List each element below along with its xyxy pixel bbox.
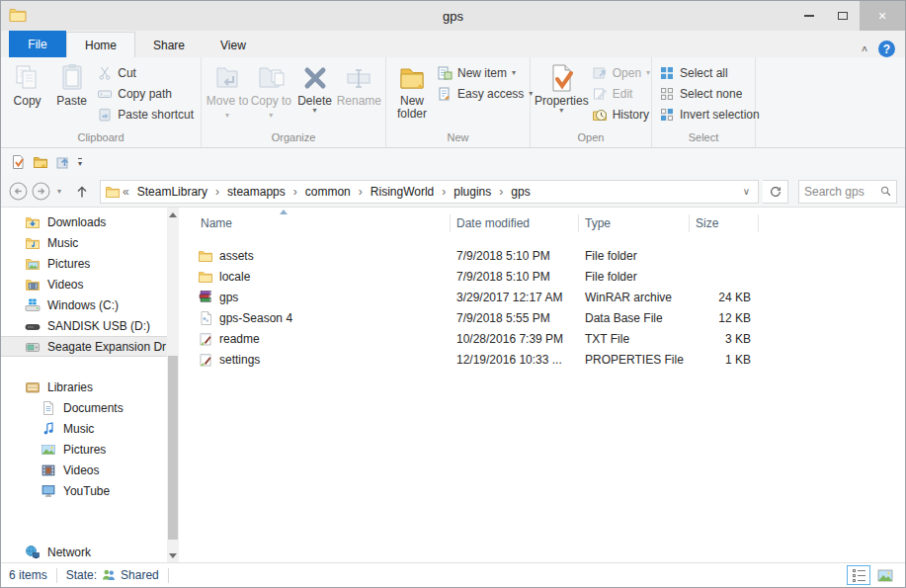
scroll-up-button[interactable] bbox=[167, 208, 179, 221]
table-row[interactable]: readme 10/28/2016 7:39 PM TXT File 3 KB bbox=[195, 328, 905, 349]
paste-shortcut-button[interactable]: Paste shortcut bbox=[94, 104, 197, 125]
sidebar-item-label: Libraries bbox=[47, 380, 93, 394]
column-header-date-modified[interactable]: Date modified bbox=[451, 214, 579, 232]
select-all-button[interactable]: Select all bbox=[656, 62, 763, 83]
sidebar-item-videos-library[interactable]: Videos bbox=[1, 460, 179, 480]
search-box[interactable] bbox=[798, 180, 897, 204]
sidebar-item-music-library[interactable]: Music bbox=[1, 418, 179, 439]
sidebar-item-pictures-library[interactable]: Pictures bbox=[1, 439, 179, 460]
sidebar-item-music-folder[interactable]: Music bbox=[1, 232, 179, 253]
tab-view[interactable]: View bbox=[203, 34, 264, 57]
search-input[interactable] bbox=[804, 185, 880, 199]
address-bar: ▾ « SteamLibrary › steamapps › common › … bbox=[1, 176, 905, 208]
copy-to-button[interactable]: Copy to ▾ bbox=[249, 60, 292, 121]
open-button[interactable]: Open ▾ bbox=[589, 62, 653, 83]
refresh-button[interactable] bbox=[763, 180, 788, 204]
properties-button[interactable]: Properties ▾ bbox=[535, 60, 589, 114]
pictures-icon bbox=[41, 442, 56, 458]
copy-path-button[interactable]: Copy path bbox=[94, 83, 197, 104]
table-row[interactable]: gps 3/29/2017 12:17 AM WinRAR archive 24… bbox=[195, 287, 905, 307]
easy-access-button[interactable]: Easy access ▾ bbox=[434, 83, 535, 104]
table-row[interactable]: settings 12/19/2016 10:33 ... PROPERTIES… bbox=[195, 349, 905, 370]
chevron-right-icon: › bbox=[292, 185, 298, 199]
delete-button[interactable]: Delete ▾ bbox=[292, 60, 336, 114]
paste-button[interactable]: Paste bbox=[49, 60, 94, 108]
crumb-plugins[interactable]: plugins bbox=[448, 185, 497, 199]
file-type: WinRAR archive bbox=[579, 291, 690, 304]
crumb-steamlibrary[interactable]: SteamLibrary bbox=[131, 185, 213, 199]
sidebar-item-label: Music bbox=[63, 422, 94, 436]
column-header-type[interactable]: Type bbox=[579, 214, 690, 232]
tab-file[interactable]: File bbox=[9, 31, 66, 57]
rename-button[interactable]: Rename bbox=[337, 60, 381, 108]
sidebar-item-seagate[interactable]: Seagate Expansion Dr bbox=[1, 336, 167, 357]
help-icon[interactable]: ? bbox=[878, 41, 895, 57]
edit-button[interactable]: Edit bbox=[589, 83, 653, 104]
forward-button[interactable] bbox=[32, 182, 50, 201]
table-row[interactable]: gps-Season 4 7/9/2018 5:55 PM Data Base … bbox=[195, 307, 905, 328]
customize-qat-icon[interactable]: ▾ bbox=[78, 158, 82, 167]
file-name: readme bbox=[219, 332, 260, 346]
sidebar-scrollbar[interactable] bbox=[167, 208, 179, 562]
sidebar-item-sandisk-usb[interactable]: SANDISK USB (D:) bbox=[1, 315, 179, 336]
file-type: File folder bbox=[579, 249, 690, 263]
thumbnails-view-button[interactable] bbox=[873, 565, 897, 585]
new-item-button[interactable]: New item ▾ bbox=[434, 62, 535, 83]
table-row[interactable]: assets 7/9/2018 5:10 PM File folder bbox=[195, 245, 905, 266]
close-button[interactable]: × bbox=[860, 1, 905, 31]
monitor-icon bbox=[41, 483, 56, 499]
sidebar-item-label: SANDISK USB (D:) bbox=[47, 319, 150, 333]
sidebar-item-network[interactable]: Network bbox=[1, 542, 179, 562]
history-button[interactable]: History bbox=[589, 104, 653, 125]
breadcrumb[interactable]: « SteamLibrary › steamapps › common › Ri… bbox=[100, 180, 759, 204]
sidebar-item-videos-folder[interactable]: Videos bbox=[1, 274, 179, 294]
details-view-button[interactable] bbox=[847, 565, 870, 585]
crumb-common[interactable]: common bbox=[299, 185, 357, 199]
file-date: 7/9/2018 5:10 PM bbox=[451, 249, 579, 263]
column-header-name[interactable]: Name bbox=[195, 214, 451, 232]
back-button[interactable] bbox=[9, 182, 28, 201]
crumb-steamapps[interactable]: steamapps bbox=[221, 185, 291, 199]
history-label: History bbox=[613, 108, 649, 122]
crumb-risingworld[interactable]: RisingWorld bbox=[365, 185, 440, 199]
copy-button[interactable]: Copy bbox=[5, 60, 49, 108]
scroll-down-button[interactable] bbox=[167, 548, 179, 562]
maximize-button[interactable] bbox=[826, 1, 860, 31]
table-row[interactable]: locale 7/9/2018 5:10 PM File folder bbox=[195, 266, 905, 287]
copy-icon bbox=[12, 62, 43, 94]
search-icon[interactable] bbox=[880, 185, 891, 198]
copy-path-icon bbox=[97, 86, 113, 102]
refresh-icon bbox=[769, 185, 782, 199]
up-button[interactable] bbox=[74, 184, 90, 200]
address-dropdown-icon[interactable]: ∨ bbox=[743, 186, 754, 197]
paste-shortcut-icon bbox=[97, 107, 113, 123]
qat-properties-icon[interactable] bbox=[10, 154, 26, 170]
collapse-ribbon-icon[interactable]: ∧ bbox=[861, 43, 868, 53]
recent-locations-icon[interactable]: ▾ bbox=[57, 189, 61, 195]
minimize-button[interactable] bbox=[792, 1, 826, 31]
easy-access-label: Easy access bbox=[457, 87, 524, 101]
sidebar-item-downloads[interactable]: Downloads bbox=[1, 211, 179, 232]
tab-home[interactable]: Home bbox=[66, 32, 135, 57]
qat-new-folder-icon[interactable] bbox=[33, 154, 48, 170]
cut-button[interactable]: Cut bbox=[94, 62, 197, 83]
sidebar-item-pictures-folder[interactable]: Pictures bbox=[1, 253, 179, 274]
sidebar-item-youtube[interactable]: YouTube bbox=[1, 480, 179, 501]
main-area: Downloads Music Pictures Videos Windows … bbox=[1, 208, 905, 562]
move-to-button[interactable]: Move to ▾ bbox=[206, 60, 249, 121]
overflow-chevron-icon[interactable]: « bbox=[122, 185, 130, 199]
new-folder-button[interactable]: New folder bbox=[390, 60, 434, 121]
sidebar-item-libraries[interactable]: Libraries bbox=[1, 377, 179, 397]
sidebar-item-documents[interactable]: Documents bbox=[1, 397, 179, 418]
column-header-size[interactable]: Size bbox=[690, 214, 759, 232]
scrollbar-thumb[interactable] bbox=[168, 356, 178, 540]
sidebar-item-windows-c[interactable]: Windows (C:) bbox=[1, 294, 179, 315]
crumb-gps[interactable]: gps bbox=[505, 185, 535, 199]
caret-down-icon: ▾ bbox=[225, 111, 229, 120]
select-none-button[interactable]: Select none bbox=[656, 83, 763, 104]
qat-up-icon[interactable] bbox=[55, 154, 71, 170]
tab-share[interactable]: Share bbox=[135, 34, 203, 57]
sidebar-item-label: Seagate Expansion Dr bbox=[47, 340, 166, 354]
documents-icon bbox=[41, 400, 56, 416]
invert-selection-button[interactable]: Invert selection bbox=[656, 104, 763, 125]
